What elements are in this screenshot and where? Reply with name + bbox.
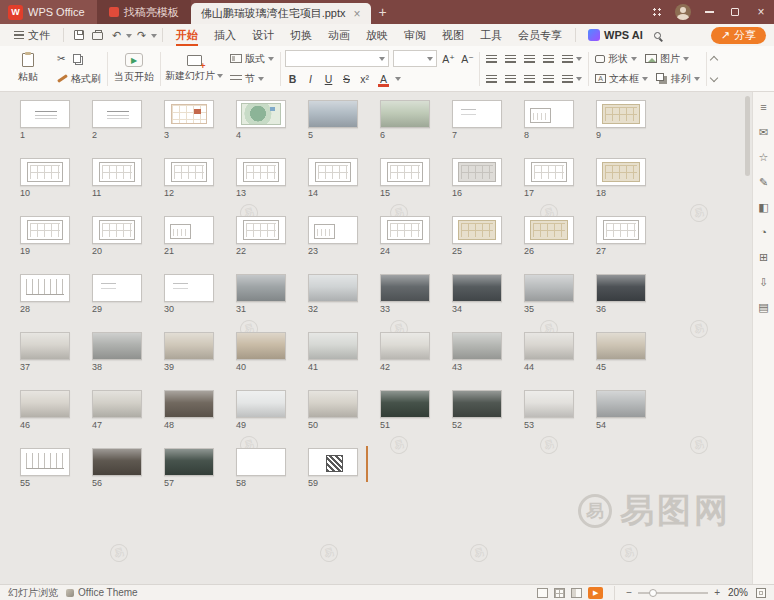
slide-thumbnail[interactable]: 1 [20, 100, 70, 141]
slide-sorter-view-button[interactable] [554, 588, 565, 598]
file-menu-button[interactable]: 文件 [6, 24, 58, 46]
font-style-button[interactable]: x² [357, 71, 372, 87]
message-icon[interactable]: ✉ [757, 125, 771, 139]
format-painter-button[interactable]: 格式刷 [55, 70, 103, 87]
slide-thumbnail[interactable]: 12 [164, 158, 214, 199]
apps-icon[interactable]: ⊞ [757, 250, 771, 264]
slide-thumbnail[interactable]: 40 [236, 332, 286, 373]
slide-thumbnail[interactable]: 15 [380, 158, 430, 199]
arrange-button[interactable]: 排列 [654, 70, 702, 87]
slide-thumbnail[interactable]: 52 [452, 390, 502, 431]
new-tab-button[interactable]: + [371, 0, 395, 24]
layout-button[interactable]: 版式 [228, 50, 276, 67]
slide-thumbnail[interactable]: 14 [308, 158, 358, 199]
slide-thumbnail[interactable]: 42 [380, 332, 430, 373]
slide-thumbnail[interactable]: 38 [92, 332, 142, 373]
grow-font-button[interactable]: A⁺ [441, 51, 456, 67]
print-button[interactable] [88, 26, 107, 44]
ribbon-scroll-up-icon[interactable] [710, 55, 718, 63]
search-button[interactable] [650, 26, 669, 44]
wps-home-tab[interactable]: W WPS Office [0, 0, 97, 24]
slide-thumbnail[interactable]: 10 [20, 158, 70, 199]
slide-thumbnail[interactable]: 54 [596, 390, 646, 431]
slide-thumbnail[interactable]: 17 [524, 158, 574, 199]
slide-thumbnail[interactable]: 48 [164, 390, 214, 431]
copy-button[interactable] [71, 50, 85, 67]
zoom-slider[interactable] [638, 592, 708, 594]
slide-thumbnail[interactable]: 2 [92, 100, 142, 141]
minimize-button[interactable] [696, 0, 722, 24]
slide-thumbnail[interactable]: 43 [452, 332, 502, 373]
columns-button[interactable] [560, 70, 584, 87]
slide-thumbnail[interactable]: 20 [92, 216, 142, 257]
numbered-list-button[interactable] [503, 50, 518, 67]
undo-button[interactable]: ↶ [107, 26, 126, 44]
slide-thumbnail[interactable]: 19 [20, 216, 70, 257]
slide-thumbnail[interactable]: 29 [92, 274, 142, 315]
shapes-button[interactable]: 形状 [593, 50, 639, 67]
slide-thumbnail[interactable]: 33 [380, 274, 430, 315]
redo-button[interactable]: ↷ [132, 26, 151, 44]
maximize-button[interactable] [722, 0, 748, 24]
tab-放映[interactable]: 放映 [358, 24, 396, 46]
panel-list-icon[interactable]: ≡ [757, 100, 771, 114]
slide-thumbnail[interactable]: 45 [596, 332, 646, 373]
slide-thumbnail[interactable]: 37 [20, 332, 70, 373]
share-button[interactable]: ↗ 分享 [711, 27, 766, 44]
shrink-font-button[interactable]: A⁻ [460, 51, 475, 67]
workspace-button[interactable] [644, 0, 670, 24]
slide-thumbnail[interactable]: 57 [164, 448, 214, 489]
layout-icon[interactable]: ◧ [757, 200, 771, 214]
close-window-button[interactable]: × [748, 0, 774, 24]
redo-dropdown-icon[interactable] [151, 34, 157, 41]
font-size-select[interactable] [393, 50, 437, 67]
slide-thumbnail[interactable]: 16 [452, 158, 502, 199]
decrease-indent-button[interactable] [522, 50, 537, 67]
slide-thumbnail[interactable]: 28 [20, 274, 70, 315]
justify-button[interactable] [541, 70, 556, 87]
slide-thumbnail[interactable]: 5 [308, 100, 358, 141]
zoom-slider-knob[interactable] [649, 589, 657, 597]
slide-thumbnail[interactable]: 32 [308, 274, 358, 315]
slide-thumbnail[interactable]: 59 [308, 448, 358, 489]
slide-thumbnail[interactable]: 55 [20, 448, 70, 489]
font-color-dropdown-icon[interactable] [395, 77, 401, 84]
slide-thumbnail[interactable]: 35 [524, 274, 574, 315]
document-tab[interactable]: 佛山鹏瑞玻璃湾住宅项目.pptx × [191, 3, 371, 24]
slide-thumbnail[interactable]: 39 [164, 332, 214, 373]
slide-thumbnail[interactable]: 18 [596, 158, 646, 199]
slide-thumbnail[interactable]: 44 [524, 332, 574, 373]
textbox-button[interactable]: 文本框 [593, 70, 650, 87]
play-from-page-button[interactable]: ▶ 当页开始 [112, 49, 156, 89]
slide-thumbnail[interactable]: 3 [164, 100, 214, 141]
slide-thumbnail[interactable]: 30 [164, 274, 214, 315]
slide-thumbnail[interactable]: 24 [380, 216, 430, 257]
cut-button[interactable]: ✂ [55, 50, 67, 67]
slide-thumbnail[interactable]: 25 [452, 216, 502, 257]
font-color-button[interactable]: A [376, 71, 391, 87]
align-left-button[interactable] [484, 70, 499, 87]
font-style-button[interactable]: U [321, 71, 336, 87]
download-icon[interactable]: ⇩ [757, 275, 771, 289]
slide-thumbnail[interactable]: 47 [92, 390, 142, 431]
slide-thumbnail[interactable]: 9 [596, 100, 646, 141]
font-style-button[interactable]: I [303, 71, 318, 87]
zoom-out-button[interactable]: − [626, 587, 632, 598]
slide-thumbnail[interactable]: 31 [236, 274, 286, 315]
font-name-select[interactable] [285, 50, 389, 67]
slide-thumbnail[interactable]: 46 [20, 390, 70, 431]
slide-thumbnail[interactable]: 36 [596, 274, 646, 315]
zoom-in-button[interactable]: + [714, 587, 720, 598]
slide-thumbnail[interactable]: 56 [92, 448, 142, 489]
slideshow-play-button[interactable]: ▶ [588, 587, 603, 599]
slide-thumbnail[interactable]: 41 [308, 332, 358, 373]
font-style-button[interactable]: B [285, 71, 300, 87]
paste-button[interactable]: 粘贴 [6, 49, 50, 89]
slide-thumbnail[interactable]: 6 [380, 100, 430, 141]
history-icon[interactable]: ◔ [757, 225, 771, 239]
slide-thumbnail[interactable]: 11 [92, 158, 142, 199]
favorite-icon[interactable]: ☆ [757, 150, 771, 164]
vertical-scrollbar-thumb[interactable] [745, 96, 750, 176]
align-right-button[interactable] [522, 70, 537, 87]
tab-设计[interactable]: 设计 [244, 24, 282, 46]
